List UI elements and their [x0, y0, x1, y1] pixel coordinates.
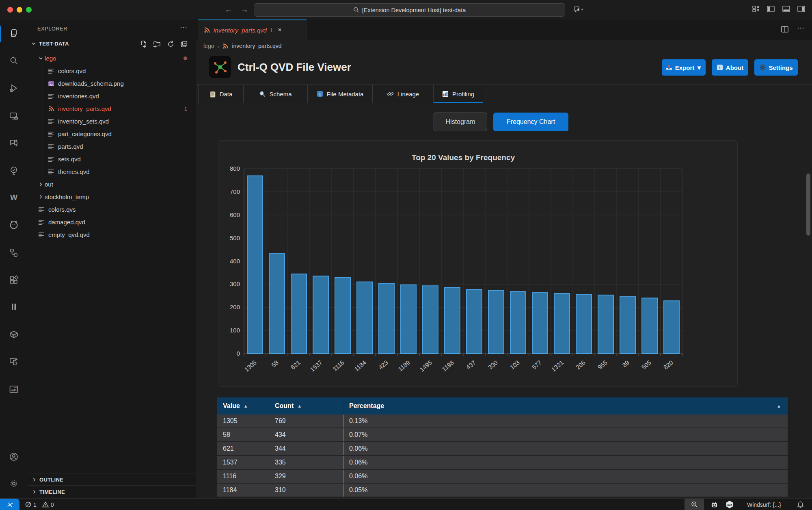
split-editor-icon[interactable]: [781, 25, 789, 33]
title-bar: ← → [Extension Development Host] test-da…: [0, 0, 812, 20]
settings-gear-icon[interactable]: [6, 476, 22, 491]
file-name: colors.qvs: [48, 206, 76, 213]
close-icon[interactable]: ×: [278, 26, 281, 34]
refresh-icon[interactable]: [167, 40, 175, 48]
tree-item-inventory-parts-qvd[interactable]: inventory_parts.qvd1: [28, 102, 196, 115]
viewer-tab-data[interactable]: Data: [198, 85, 244, 103]
tree-item-stockholm-temp[interactable]: stockholm_temp: [28, 191, 196, 203]
remote-indicator[interactable]: [0, 499, 19, 510]
tree-item-parts-qvd[interactable]: parts.qvd: [28, 140, 196, 153]
files-icon[interactable]: [6, 26, 22, 41]
indent-guide: [43, 77, 43, 90]
references-icon[interactable]: [6, 245, 22, 260]
testing-icon[interactable]: [6, 163, 22, 178]
table-row-621[interactable]: 6213440.06%: [217, 442, 788, 456]
search-icon[interactable]: [6, 53, 22, 68]
remote-explorer-icon[interactable]: [6, 109, 22, 124]
column-header-value[interactable]: Value▲: [217, 397, 269, 415]
viewer-tab-profiling[interactable]: Profiling: [434, 85, 483, 103]
nav-back-icon[interactable]: ←: [225, 4, 233, 15]
table-row-58[interactable]: 584340.07%: [217, 428, 788, 442]
account-icon[interactable]: [6, 449, 22, 464]
frequency-chart-label: Frequency Chart: [507, 118, 555, 126]
container-icon[interactable]: [6, 327, 22, 342]
tab-inventory-parts[interactable]: inventory_parts.qvd 1 ×: [198, 20, 307, 40]
section-header-test-data[interactable]: TEST-DATA: [28, 37, 196, 50]
collapse-all-icon[interactable]: [180, 40, 188, 48]
timeline-section[interactable]: TIMELINE: [28, 485, 196, 498]
viewer-tab-lineage[interactable]: Lineage: [373, 85, 434, 103]
table-row-1305[interactable]: 13057690.13%: [217, 415, 788, 428]
run-debug-icon[interactable]: [6, 80, 22, 96]
explorer-sidebar: EXPLORER ⋯ TEST-DATA legocolors.qvddownl…: [28, 20, 197, 498]
export-button[interactable]: Export ▼: [662, 59, 706, 76]
viewer-tab-schema[interactable]: Schema: [244, 85, 308, 103]
editor-more-actions-icon[interactable]: ⋯: [797, 24, 804, 33]
tree-item-inventories-qvd[interactable]: inventories.qvd: [28, 90, 196, 102]
svg-text:621: 621: [289, 359, 302, 371]
tree-item-part-categories-qvd[interactable]: part_categories.qvd: [28, 128, 196, 140]
tools-sparkle-icon[interactable]: [6, 354, 22, 369]
minimize-window-button[interactable]: [17, 7, 22, 13]
viewer-tab-file-metadata[interactable]: iFile Metadata: [308, 85, 373, 103]
histogram-button[interactable]: Histogram: [434, 113, 487, 131]
bar-1184: [357, 282, 372, 354]
list-file-icon: [47, 156, 55, 162]
tree-item-out[interactable]: out: [28, 178, 196, 191]
bar-206: [576, 294, 592, 354]
new-file-icon[interactable]: [140, 40, 147, 48]
webview-scrollbar[interactable]: [806, 174, 810, 236]
tree-item-colors-qvd[interactable]: colors.qvd: [28, 65, 196, 77]
explorer-more-icon[interactable]: ⋯: [180, 23, 187, 32]
table-row-1184[interactable]: 11843100.05%: [217, 484, 788, 497]
close-window-button[interactable]: [7, 7, 13, 13]
tree-item-inventory-sets-qvd[interactable]: inventory_sets.qvd: [28, 115, 196, 128]
outline-section[interactable]: OUTLINE: [28, 473, 196, 486]
breadcrumb[interactable]: lego › inventory_parts.qvd: [196, 40, 812, 52]
tree-item-lego[interactable]: lego: [28, 52, 196, 65]
link-icon: [387, 91, 394, 97]
github-icon[interactable]: [6, 217, 22, 233]
svg-text:i: i: [319, 91, 320, 96]
toggle-sidebar-left-icon[interactable]: [767, 5, 775, 13]
tree-item-sets-qvd[interactable]: sets.qvd: [28, 153, 196, 165]
settings-button[interactable]: Settings: [754, 59, 798, 76]
42crunch-status-icon[interactable]: 42c: [723, 499, 736, 510]
tree-item-themes-qvd[interactable]: themes.qvd: [28, 165, 196, 178]
cell-count: 335: [269, 456, 343, 469]
ai-sparkle-dropdown-icon[interactable]: [574, 5, 584, 14]
file-name: downloads_schema.png: [58, 80, 124, 87]
viewer-tab-label: Profiling: [452, 91, 474, 98]
toggle-sidebar-right-icon[interactable]: [797, 5, 806, 13]
toggle-panel-icon[interactable]: [782, 5, 790, 13]
column-header-percentage[interactable]: Percentage: [343, 397, 788, 415]
file-name: part_categories.qvd: [58, 130, 112, 137]
extensions-icon[interactable]: [6, 272, 22, 288]
tree-item-colors-qvs[interactable]: colors.qvs: [28, 203, 196, 216]
sort-asc-icon[interactable]: ▲: [777, 404, 781, 408]
pause-icon[interactable]: [6, 299, 22, 315]
breadcrumb-file[interactable]: inventory_parts.qvd: [232, 43, 281, 49]
about-button[interactable]: i About: [712, 59, 748, 76]
command-center-search[interactable]: [Extension Development Host] test-data: [254, 3, 565, 17]
robot-status-icon[interactable]: [708, 499, 720, 510]
breadcrumb-folder[interactable]: lego: [203, 43, 214, 49]
tree-item-damaged-qvd[interactable]: damaged.qvd: [28, 216, 196, 228]
api-icon[interactable]: /API: [6, 382, 22, 397]
frequency-chart-button[interactable]: Frequency Chart: [493, 113, 568, 131]
problems-status[interactable]: 1 0: [25, 499, 54, 510]
nav-forward-icon[interactable]: →: [240, 4, 248, 15]
column-header-count[interactable]: Count▲: [269, 397, 343, 415]
zoom-status-icon[interactable]: [685, 499, 704, 510]
table-row-1116[interactable]: 11163290.06%: [217, 470, 788, 484]
zoom-window-button[interactable]: [26, 7, 32, 13]
layout-grid-icon[interactable]: [752, 5, 760, 13]
new-folder-icon[interactable]: [153, 40, 161, 48]
tree-item-downloads-schema-png[interactable]: downloads_schema.png: [28, 77, 196, 90]
bell-icon[interactable]: [793, 499, 807, 510]
windsurf-icon[interactable]: W: [6, 190, 22, 205]
chat-sparkle-icon[interactable]: [6, 135, 22, 151]
table-row-1537[interactable]: 15373350.06%: [217, 456, 788, 470]
windsurf-status-item[interactable]: Windsurf: {...}: [740, 499, 788, 510]
tree-item-empty-qvd-qvd[interactable]: empty_qvd.qvd: [28, 228, 196, 241]
